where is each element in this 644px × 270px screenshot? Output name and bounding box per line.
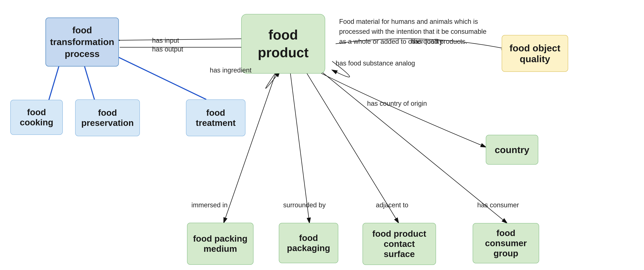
diagram: foodtransformationprocess foodproduct fo… [0,0,644,270]
has-country-of-origin-label: has country of origin [367,100,427,107]
food-cooking-node: foodcooking [10,100,63,135]
has-output-label: has output [152,46,183,53]
food-consumer-group-label: food consumergroup [478,228,534,258]
immersed-in-label: immersed in [192,201,228,209]
has-input-label: has input [152,37,179,44]
has-consumer-label: has consumer [477,201,519,209]
food-preservation-label: foodpreservation [81,108,134,128]
food-product-node: foodproduct [241,14,325,74]
svg-line-11 [322,72,507,223]
food-object-quality-label: food objectquality [510,43,560,64]
surrounded-by-label: surrounded by [283,201,326,209]
food-packing-medium-node: food packingmedium [187,223,254,265]
adjacent-to-label: adjacent to [376,201,408,209]
food-packaging-label: foodpackaging [287,233,330,253]
country-label: country [495,144,529,155]
country-node: country [486,135,538,165]
food-transformation-process-label: foodtransformationprocess [50,24,114,60]
food-product-contact-surface-label: food productcontact surface [368,229,430,259]
food-preservation-node: foodpreservation [75,99,140,136]
food-object-quality-node: food objectquality [502,35,568,72]
food-packing-medium-label: food packingmedium [193,234,247,254]
food-cooking-label: foodcooking [20,107,53,127]
has-quality-label: has quality [411,38,442,45]
svg-line-9 [290,72,310,223]
has-ingredient-label: has ingredient [210,67,252,74]
food-product-contact-surface-node: food productcontact surface [362,223,436,265]
svg-line-10 [306,72,398,223]
food-consumer-group-node: food consumergroup [473,223,539,263]
food-treatment-node: foodtreatment [186,99,246,136]
has-food-substance-analog-label: has food substance analog [336,60,415,67]
svg-line-6 [120,39,262,40]
food-transformation-process-node: foodtransformationprocess [46,18,119,67]
food-packaging-node: foodpackaging [279,223,338,263]
svg-line-8 [224,72,276,223]
food-product-label: foodproduct [258,26,308,62]
food-treatment-label: foodtreatment [196,108,236,128]
